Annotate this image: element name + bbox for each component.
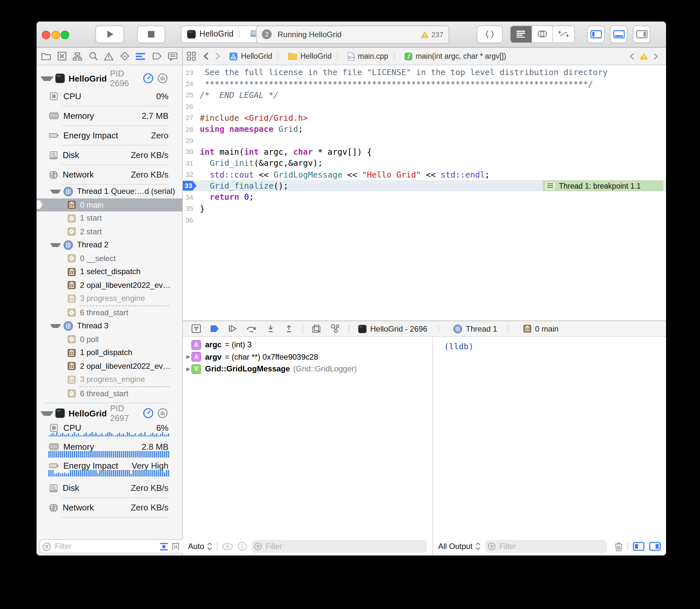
console-scope-popup[interactable]: All Output bbox=[438, 542, 480, 551]
next-issue-button[interactable] bbox=[653, 53, 658, 60]
stack-frame-row[interactable]: 6 thread_start bbox=[37, 387, 182, 400]
tab-issue-navigator[interactable] bbox=[104, 52, 114, 60]
source-editor[interactable]: 23 See the full license in the file "LIC… bbox=[183, 65, 666, 320]
variables-filter-input[interactable] bbox=[264, 542, 424, 551]
line-number[interactable]: 34 bbox=[183, 193, 193, 201]
stat-row-cpu[interactable]: CPU0% bbox=[37, 87, 182, 106]
memory-graph-button[interactable] bbox=[330, 324, 340, 333]
minimize-window-button[interactable] bbox=[51, 31, 60, 39]
disclosure-triangle-icon[interactable] bbox=[50, 324, 61, 328]
disclosure-arrow-icon[interactable]: ▶ bbox=[185, 354, 191, 360]
tab-test-navigator[interactable] bbox=[120, 52, 129, 61]
jumpbar-warning-icon[interactable] bbox=[639, 52, 648, 60]
stack-frame-row[interactable]: 0 poll bbox=[37, 333, 182, 346]
debug-breadcrumb-process[interactable]: HelloGrid - 2696 bbox=[358, 324, 427, 333]
line-number[interactable]: 25 bbox=[183, 91, 193, 99]
zoom-window-button[interactable] bbox=[61, 31, 69, 39]
stack-frame-row[interactable]: 2 start bbox=[37, 225, 182, 238]
gauge-button-active[interactable] bbox=[143, 408, 153, 418]
stack-frame-row[interactable]: 2 opal_libevent2022_ev… bbox=[37, 278, 182, 292]
variable-row[interactable]: Aargc= (int) 3 bbox=[183, 339, 432, 351]
profile-button[interactable] bbox=[157, 408, 168, 418]
stat-row-network[interactable]: NetworkZero KB/s bbox=[37, 498, 182, 517]
tab-project-navigator[interactable] bbox=[41, 52, 51, 60]
stack-frame-row[interactable]: 6 thread_start bbox=[37, 306, 182, 319]
stack-frame-row[interactable]: 2 opal_libevent2022_ev… bbox=[37, 359, 182, 373]
disclosure-triangle-icon[interactable] bbox=[50, 190, 61, 193]
tab-symbol-navigator[interactable] bbox=[72, 52, 82, 60]
line-number[interactable]: 27 bbox=[183, 114, 193, 122]
breakpoint-marker[interactable]: 33 bbox=[183, 181, 197, 191]
quicklook-button[interactable] bbox=[222, 543, 233, 550]
annotation-menu-icon[interactable] bbox=[545, 182, 555, 190]
thread-row[interactable]: Thread 3 bbox=[37, 319, 182, 333]
stat-row-disk[interactable]: DiskZero KB/s bbox=[37, 145, 182, 164]
print-description-button[interactable] bbox=[237, 542, 246, 551]
profile-button[interactable] bbox=[157, 73, 168, 84]
step-over-button[interactable] bbox=[246, 324, 257, 333]
tab-debug-navigator[interactable] bbox=[135, 52, 146, 60]
filter-stack-frames-button[interactable] bbox=[171, 542, 180, 551]
step-into-button[interactable] bbox=[266, 324, 276, 333]
disclosure-triangle-icon[interactable] bbox=[40, 411, 53, 416]
breadcrumb-symbol[interactable]: main(int argc, char * argv[]) bbox=[416, 52, 506, 60]
line-number[interactable]: 36 bbox=[183, 216, 193, 224]
variable-row[interactable]: ▶Aargv= (char **) 0x7ffee9039c28 bbox=[183, 351, 432, 363]
line-number[interactable]: 26 bbox=[183, 103, 193, 110]
disclosure-triangle-icon[interactable] bbox=[40, 76, 53, 81]
gauge-button-active[interactable] bbox=[143, 73, 153, 84]
debug-breadcrumb-frame[interactable]: 0 main bbox=[523, 324, 559, 333]
warning-count[interactable]: 237 bbox=[420, 30, 443, 38]
stop-button[interactable] bbox=[137, 25, 165, 43]
run-button[interactable] bbox=[95, 25, 124, 43]
toggle-console-view-button[interactable] bbox=[649, 542, 661, 551]
variables-filter-field[interactable] bbox=[251, 540, 427, 553]
disclosure-arrow-icon[interactable]: ▶ bbox=[185, 366, 191, 372]
line-number[interactable]: 28 bbox=[183, 125, 193, 133]
go-back-button[interactable] bbox=[203, 52, 209, 60]
stack-frame-row[interactable]: 1 start bbox=[37, 211, 182, 225]
step-out-button[interactable] bbox=[284, 324, 294, 333]
breakpoint-annotation[interactable]: Thread 1: breakpoint 1.1 bbox=[543, 180, 663, 191]
stat-row-network[interactable]: NetworkZero KB/s bbox=[37, 165, 182, 184]
hide-debug-area-button[interactable] bbox=[191, 324, 201, 333]
debug-view-hierarchy-button[interactable] bbox=[311, 324, 321, 333]
stack-frame-row[interactable]: 1 select_dispatch bbox=[37, 265, 182, 278]
console-filter-input[interactable] bbox=[498, 542, 605, 551]
thread-row[interactable]: Thread 2 bbox=[37, 238, 182, 251]
debug-breadcrumb-thread[interactable]: Thread 1 bbox=[454, 324, 497, 333]
continue-button[interactable] bbox=[228, 325, 238, 333]
stat-row-energy-impact[interactable]: Energy ImpactZero bbox=[37, 126, 182, 145]
stack-frame-row[interactable]: 3 progress_engine bbox=[37, 373, 182, 386]
thread-row[interactable]: Thread 1Queue:…d (serial) bbox=[37, 185, 182, 198]
disclosure-triangle-icon[interactable] bbox=[50, 243, 61, 247]
breadcrumb-file[interactable]: main.cpp bbox=[358, 52, 388, 60]
assistant-editor-button[interactable] bbox=[532, 26, 553, 42]
close-window-button[interactable] bbox=[42, 31, 50, 39]
version-editor-button[interactable] bbox=[553, 26, 574, 42]
stack-frame-row[interactable]: 0 main bbox=[37, 198, 182, 211]
process-header[interactable]: HelloGridPID 2696 bbox=[37, 70, 182, 87]
tab-report-navigator[interactable] bbox=[168, 52, 177, 60]
console-filter-field[interactable] bbox=[485, 540, 607, 553]
process-header[interactable]: HelloGridPID 2697 bbox=[37, 405, 182, 422]
toggle-inspector-button[interactable] bbox=[633, 25, 650, 43]
filter-debug-symbols-button[interactable] bbox=[159, 542, 169, 551]
sidebar-filter-field[interactable] bbox=[39, 539, 196, 554]
stack-frame-row[interactable]: 3 progress_engine bbox=[37, 292, 182, 305]
go-forward-button[interactable] bbox=[215, 52, 221, 60]
breadcrumb-project[interactable]: HelloGrid bbox=[241, 52, 272, 60]
related-items-icon[interactable] bbox=[187, 52, 196, 61]
standard-editor-button[interactable] bbox=[511, 26, 532, 42]
line-number[interactable]: 24 bbox=[183, 80, 193, 87]
stat-row-disk[interactable]: DiskZero KB/s bbox=[37, 478, 182, 498]
stack-frame-row[interactable]: 1 poll_dispatch bbox=[37, 346, 182, 359]
line-number[interactable]: 32 bbox=[183, 170, 193, 178]
toggle-variables-view-button[interactable] bbox=[633, 542, 645, 551]
variables-scope-popup[interactable]: Auto bbox=[188, 542, 212, 551]
line-number[interactable]: 29 bbox=[183, 136, 193, 144]
breakpoints-toggle-button[interactable] bbox=[210, 325, 219, 333]
line-number[interactable]: 35 bbox=[183, 205, 193, 212]
tab-source-control-navigator[interactable] bbox=[57, 52, 66, 61]
line-number[interactable]: 23 bbox=[183, 68, 193, 76]
